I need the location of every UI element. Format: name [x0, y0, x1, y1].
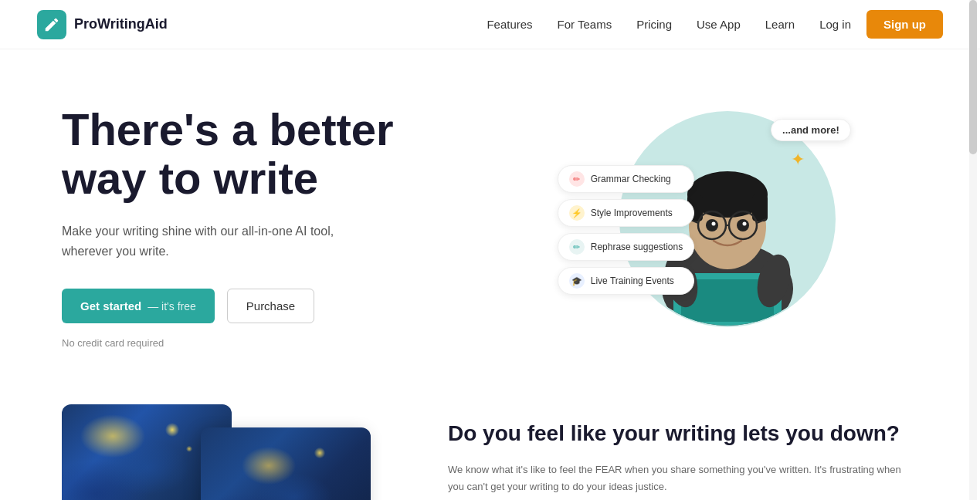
pill-style: ⚡ Style Improvements — [558, 199, 694, 227]
scrollbar[interactable] — [969, 0, 977, 500]
scrollbar-thumb[interactable] — [969, 0, 977, 154]
second-left: My idea in my head — [62, 404, 386, 500]
svg-point-13 — [737, 219, 749, 231]
logo-icon — [37, 10, 66, 39]
nav-links: Features For Teams Pricing Use App Learn — [487, 18, 795, 32]
and-more-bubble: ...and more! — [771, 119, 851, 141]
swirl-canvas-front — [201, 427, 371, 500]
no-credit-text: No credit card required — [62, 337, 490, 349]
logo-link[interactable]: ProWritingAid — [37, 10, 168, 39]
hero-buttons: Get started — it's free Purchase — [62, 289, 490, 323]
feature-pills: ✏ Grammar Checking ⚡ Style Improvements … — [558, 165, 694, 295]
hero-section: There's a better way to write Make your … — [0, 49, 980, 389]
section-title: Do you feel like your writing lets you d… — [448, 420, 918, 448]
hero-left: There's a better way to write Make your … — [62, 105, 490, 350]
hero-illustration: ...and more! ✦ ✏ Grammar Checking ⚡ Styl… — [558, 103, 851, 350]
get-started-button[interactable]: Get started — it's free — [62, 289, 215, 323]
style-icon: ⚡ — [569, 205, 585, 221]
training-icon: 🎓 — [569, 273, 585, 289]
sparkle-icon: ✦ — [791, 150, 805, 170]
navbar: ProWritingAid Features For Teams Pricing… — [0, 0, 980, 49]
purchase-button[interactable]: Purchase — [227, 289, 314, 323]
second-right: Do you feel like your writing lets you d… — [448, 404, 918, 496]
hero-title: There's a better way to write — [62, 105, 490, 204]
login-link[interactable]: Log in — [819, 18, 851, 31]
second-section: My idea in my head Do you feel like your… — [0, 389, 980, 500]
svg-point-15 — [742, 222, 746, 226]
nav-for-teams[interactable]: For Teams — [558, 18, 612, 31]
nav-pricing[interactable]: Pricing — [636, 18, 672, 31]
nav-use-app[interactable]: Use App — [697, 18, 741, 31]
nav-features[interactable]: Features — [487, 18, 532, 31]
rephrase-icon: ✏ — [569, 239, 585, 255]
svg-point-12 — [706, 219, 718, 231]
pill-grammar: ✏ Grammar Checking — [558, 165, 694, 193]
card-front — [201, 427, 371, 500]
section-text: We know what it's like to feel the FEAR … — [448, 461, 918, 495]
pill-rephrase: ✏ Rephrase suggestions — [558, 233, 694, 261]
svg-point-14 — [711, 222, 715, 226]
grammar-icon: ✏ — [569, 171, 585, 187]
hero-right: ...and more! ✦ ✏ Grammar Checking ⚡ Styl… — [490, 96, 919, 358]
hero-subtitle: Make your writing shine with our all-in-… — [62, 221, 371, 261]
pill-training: 🎓 Live Training Events — [558, 267, 694, 295]
vangogh-cards: My idea in my head — [62, 404, 340, 500]
nav-learn[interactable]: Learn — [765, 18, 795, 31]
logo-text: ProWritingAid — [74, 16, 168, 32]
signup-button[interactable]: Sign up — [866, 10, 943, 39]
